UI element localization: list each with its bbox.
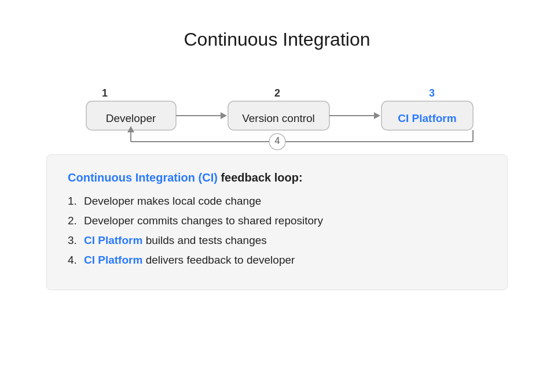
list-highlight-4: CI Platform [84, 254, 142, 266]
list-num-3: 3. [68, 234, 84, 247]
list-num-2: 2. [68, 215, 84, 227]
list-num-1: 1. [68, 195, 84, 208]
list-item-3: 3. CI Platform builds and tests changes [68, 234, 486, 247]
info-title-blue: Continuous Integration (CI) [68, 171, 218, 184]
list-item-2: 2. Developer commits changes to shared r… [68, 215, 486, 227]
node3-label: CI Platform [398, 112, 456, 124]
list-item-1: 1. Developer makes local code change [68, 195, 486, 208]
list-item-4: 4. CI Platform delivers feedback to deve… [68, 254, 486, 267]
node1-number: 1 [101, 87, 107, 99]
list-text-2: Developer commits changes to shared repo… [84, 215, 323, 227]
page-title: Continuous Integration [46, 29, 508, 50]
node3-number: 3 [428, 87, 434, 99]
diagram-wrapper: 1 Developer 2 Version control 3 CI Platf… [75, 73, 480, 154]
list-text-1: Developer makes local code change [84, 195, 261, 208]
node4-number: 4 [274, 136, 280, 146]
info-list: 1. Developer makes local code change 2. … [68, 195, 486, 267]
node1-label: Developer [105, 112, 156, 124]
list-text-3: CI Platform builds and tests changes [84, 234, 267, 247]
list-highlight-3: CI Platform [84, 234, 142, 246]
node2-label: Version control [242, 112, 315, 124]
info-title: Continuous Integration (CI) feedback loo… [68, 171, 486, 184]
list-num-4: 4. [68, 254, 84, 267]
arrow2-head [374, 112, 380, 119]
arrow1-head [221, 112, 227, 119]
info-box: Continuous Integration (CI) feedback loo… [46, 154, 508, 290]
diagram-svg: 1 Developer 2 Version control 3 CI Platf… [75, 73, 480, 154]
diagram-area: 1 Developer 2 Version control 3 CI Platf… [46, 73, 508, 290]
node2-number: 2 [274, 87, 280, 99]
page-container: Continuous Integration 1 Developer 2 Ver… [12, 12, 542, 331]
info-title-bold: feedback loop: [218, 171, 303, 184]
list-text-4: CI Platform delivers feedback to develop… [84, 254, 295, 267]
